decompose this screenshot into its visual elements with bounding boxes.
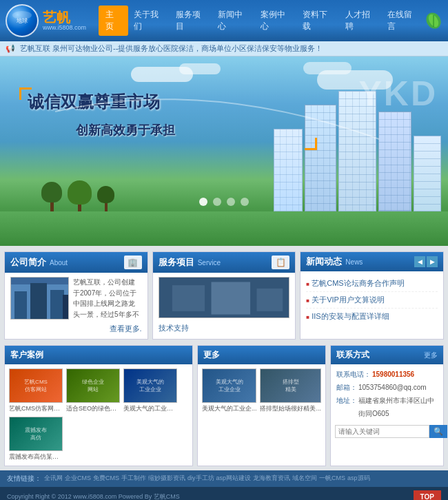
- svg-rect-10: [172, 285, 205, 311]
- cases-grid: 艺帆CMS仿客网站 艺帆CMS仿客网站... 绿色企业网站 适合SEO的绿色企.…: [5, 364, 192, 466]
- hero-text2: 创新高效勇于承担: [76, 122, 175, 138]
- contact-search-button[interactable]: 🔍: [429, 425, 447, 438]
- footer-copyright: Copyright Right © 2012 www.i5808.com Pow…: [7, 492, 180, 500]
- three-col-section: 公司简介 About 🏢 艺帆互联，公司创建于2007年，公司位于中国排上线网之…: [0, 246, 448, 342]
- svg-rect-6: [30, 283, 47, 320]
- cases-title: 客户案例: [10, 349, 43, 361]
- service-title-area: 服务项目 Service: [159, 256, 221, 269]
- footer-link-1[interactable]: 企业CMS: [65, 474, 91, 483]
- company-card: 公司简介 About 🏢 艺帆互联，公司创建于2007年，公司位于中国排上线网之…: [4, 251, 148, 340]
- more-thumb-1: 搭排型精美: [260, 368, 321, 403]
- header: 地球 艺帆 www.i5808.com 主页 关于我们 服务项目 新闻中心 案例…: [0, 0, 448, 41]
- contact-search-input[interactable]: [335, 425, 429, 438]
- contact-more[interactable]: 更多: [424, 351, 438, 360]
- company-sub: About: [50, 259, 68, 267]
- news-content: ■艺帆CMS论坛商务合作声明 ■关于VIP用户文算说明 ■IIS的安装与配置详详…: [301, 271, 443, 329]
- more-header: 更多: [198, 346, 325, 364]
- case-item-0[interactable]: 艺帆CMS仿客网站 艺帆CMS仿客网站...: [9, 368, 63, 413]
- logo: 地球 艺帆 www.i5808.com: [6, 4, 99, 37]
- news-item-2[interactable]: ■IIS的安装与配置详详细: [306, 309, 438, 324]
- nav-download[interactable]: 资料下载: [297, 6, 339, 36]
- service-content: 技术支持: [153, 273, 296, 339]
- cases-header: 客户案例: [5, 346, 192, 364]
- nav-leaf-icon: [425, 11, 442, 30]
- case-label-2: 美观大气的工业企...: [123, 404, 177, 413]
- nav-home[interactable]: 主页: [99, 6, 128, 36]
- company-icon: 🏢: [124, 256, 142, 269]
- case-item-3[interactable]: 震撼发布高仿 震撼发布高仿某建...: [9, 417, 63, 461]
- company-desc: 艺帆互联，公司创建于2007年，公司位于中国排上线网之路龙头一景，经过5年多不断…: [73, 277, 142, 320]
- nav-service[interactable]: 服务项目: [170, 6, 212, 36]
- more-thumb-0: 美观大气的工业企业: [202, 368, 257, 403]
- dot-1[interactable]: [199, 198, 207, 206]
- contact-address: 福建省泉州市丰泽区山中街同O605: [358, 394, 438, 420]
- case-label-0: 艺帆CMS仿客网站...: [9, 404, 63, 413]
- contact-header: 联系方式 更多: [331, 346, 443, 364]
- contact-address-row: 地址： 福建省泉州市丰泽区山中街同O605: [336, 394, 438, 420]
- hero-dots: [199, 198, 249, 206]
- footer-link-8[interactable]: 域名空间: [292, 474, 317, 483]
- nav-recruit[interactable]: 人才招聘: [340, 6, 382, 36]
- logo-sub: www.i5808.com: [43, 24, 86, 31]
- svg-rect-5: [14, 291, 27, 320]
- footer-link-7[interactable]: 龙海教育资讯: [253, 474, 290, 483]
- service-icon: 📋: [272, 256, 289, 269]
- svg-rect-8: [63, 295, 69, 320]
- footer-links-list: 全讯网 企业CMS 免费CMS 手工制作 缩妙摄影资讯 diy手工坊 asp网站…: [44, 474, 441, 483]
- nav-message[interactable]: 在线留言: [382, 6, 424, 36]
- read-more-link[interactable]: 查看更多.: [10, 324, 142, 334]
- case-item-2[interactable]: 美观大气的工业企业 美观大气的工业企...: [123, 368, 177, 413]
- more-title: 更多: [203, 349, 220, 361]
- footer-bottom: Copyright Right © 2012 www.i5808.com Pow…: [0, 487, 448, 500]
- news-next-btn[interactable]: ▶: [427, 256, 438, 267]
- hero-bracket-br: [305, 138, 317, 150]
- dot-3[interactable]: [227, 198, 235, 206]
- footer-link-0[interactable]: 全讯网: [44, 474, 63, 483]
- contact-card: 联系方式 更多 联系电话： 15980011356 邮箱： 1053754860…: [330, 345, 444, 466]
- news-arrows: ◀ ▶: [414, 256, 438, 267]
- footer-link-2[interactable]: 免费CMS: [93, 474, 119, 483]
- service-item-0[interactable]: 技术支持: [159, 322, 290, 335]
- case-item-1[interactable]: 绿色企业网站 适合SEO的绿色企...: [66, 368, 120, 413]
- footer-link-4[interactable]: 缩妙摄影资讯: [148, 474, 185, 483]
- footer-link-6[interactable]: asp网站建设: [216, 474, 252, 483]
- news-item-1[interactable]: ■关于VIP用户文算说明: [306, 292, 438, 309]
- main-nav: 主页 关于我们 服务项目 新闻中心 案例中心 资料下载 人才招聘 在线留言: [99, 6, 442, 36]
- footer-links-section: 友情链接： 全讯网 企业CMS 免费CMS 手工制作 缩妙摄影资讯 diy手工坊…: [0, 470, 448, 487]
- case-thumb-2: 美观大气的工业企业: [123, 368, 177, 403]
- contact-email-label: 邮箱：: [336, 381, 357, 394]
- service-thumb: [159, 277, 290, 318]
- top-button[interactable]: TOP: [414, 490, 441, 500]
- company-title: 公司简介: [10, 256, 46, 269]
- tree-group: [41, 180, 114, 213]
- footer-link-10[interactable]: asp源码: [347, 474, 370, 483]
- news-item-0[interactable]: ■艺帆CMS论坛商务合作声明: [306, 275, 438, 292]
- marquee-icon: 📢: [6, 44, 15, 52]
- contact-phone-label: 联系电话：: [336, 368, 371, 381]
- nav-cases[interactable]: 案例中心: [255, 6, 297, 36]
- dot-4[interactable]: [241, 198, 249, 206]
- more-item-1[interactable]: 搭排型精美 搭排型始场很好精美...: [260, 368, 321, 413]
- footer-link-9[interactable]: 一帆CMS: [319, 474, 345, 483]
- building-5: [414, 136, 441, 211]
- contact-phone-row: 联系电话： 15980011356: [336, 368, 438, 381]
- building-2: [305, 105, 336, 211]
- news-header: 新闻动态 News ◀ ▶: [301, 252, 443, 271]
- svg-rect-12: [256, 289, 283, 311]
- news-title: 新闻动态: [306, 256, 342, 268]
- hero-text1: 诚信双赢尊重市场: [28, 91, 160, 113]
- footer-link-5[interactable]: diy手工坊: [187, 474, 214, 483]
- nav-about[interactable]: 关于我们: [128, 6, 170, 36]
- case-label-3: 震撼发布高仿某建...: [9, 452, 63, 461]
- more-card: 更多 美观大气的工业企业 美观大气的工业企... 搭排型精美 搭排型始场很好精美…: [197, 345, 326, 466]
- dot-2[interactable]: [213, 198, 221, 206]
- service-sub: Service: [198, 259, 221, 267]
- company-with-img: 艺帆互联，公司创建于2007年，公司位于中国排上线网之路龙头一景，经过5年多不断…: [10, 277, 142, 320]
- more-grid: 美观大气的工业企业 美观大气的工业企... 搭排型精美 搭排型始场很好精美...: [198, 364, 325, 417]
- footer-link-3[interactable]: 手工制作: [121, 474, 146, 483]
- contact-email-row: 邮箱： 1053754860@qq.com: [336, 381, 438, 394]
- more-item-0[interactable]: 美观大气的工业企业 美观大气的工业企...: [202, 368, 257, 413]
- nav-news[interactable]: 新闻中心: [212, 6, 254, 36]
- logo-globe: 地球: [6, 4, 39, 37]
- news-prev-btn[interactable]: ◀: [414, 256, 425, 267]
